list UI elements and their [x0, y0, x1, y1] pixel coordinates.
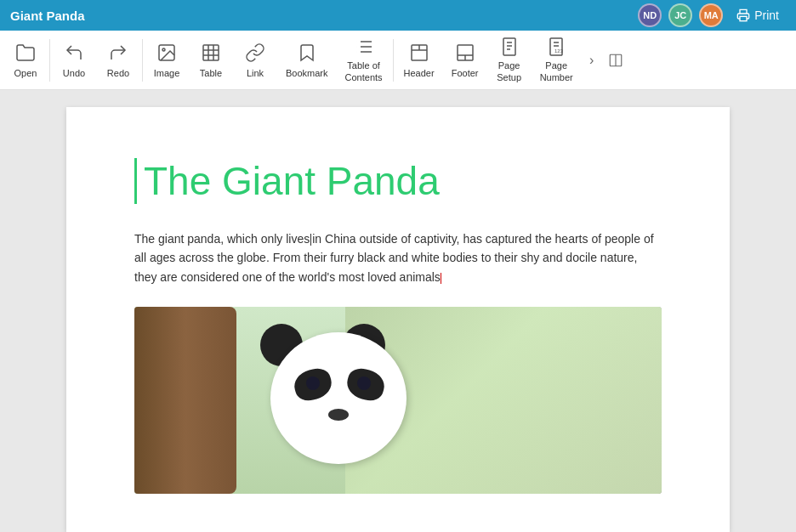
page-number-icon: 123 — [544, 37, 568, 57]
cursor-mark — [310, 234, 311, 246]
toolbar: Open Undo Redo — [0, 31, 796, 90]
table-label: Table — [200, 68, 222, 79]
svg-text:123: 123 — [554, 48, 564, 54]
panda-image — [134, 307, 662, 494]
toolbar-bookmark[interactable]: Bookmark — [277, 34, 337, 87]
toolbar-toc[interactable]: Table of Contents — [337, 34, 391, 87]
window-layout-button[interactable] — [606, 34, 626, 87]
link-label: Link — [247, 68, 264, 79]
open-icon — [14, 41, 37, 65]
toolbar-open[interactable]: Open — [3, 34, 48, 87]
page-number-label: Page Number — [540, 60, 573, 82]
bookmark-label: Bookmark — [286, 68, 328, 79]
page-setup-label: Page Setup — [497, 60, 521, 82]
title-bar-right: ND JC MA Print — [638, 3, 786, 27]
toolbar-image[interactable]: Image — [145, 34, 189, 87]
document-body[interactable]: The giant panda, which only livesin Chin… — [134, 229, 662, 286]
tree-bark — [134, 307, 236, 494]
avatar-ma[interactable]: MA — [699, 3, 723, 27]
header-label: Header — [404, 68, 435, 79]
table-icon — [199, 41, 223, 65]
panda-nose — [328, 409, 349, 421]
toc-label: Table of Contents — [345, 60, 383, 82]
link-icon — [243, 41, 267, 65]
toolbar-nav-next[interactable]: › — [582, 34, 602, 87]
divider-3 — [393, 39, 394, 82]
redo-icon — [106, 41, 130, 65]
title-bar-left: Giant Panda — [10, 8, 85, 23]
avatar-jc[interactable]: JC — [668, 3, 692, 27]
document-page: The Giant Panda The giant panda, which o… — [66, 107, 730, 532]
toolbar-link[interactable]: Link — [233, 34, 277, 87]
window-layout-icon — [608, 53, 623, 68]
print-button[interactable]: Print — [730, 6, 786, 25]
svg-rect-3 — [203, 45, 219, 60]
avatar-nd[interactable]: ND — [638, 3, 662, 27]
toolbar-undo[interactable]: Undo — [52, 34, 96, 87]
svg-point-2 — [162, 48, 165, 51]
footer-label: Footer — [452, 68, 479, 79]
svg-rect-20 — [503, 38, 515, 55]
toc-icon — [352, 37, 376, 57]
cursor-end-mark — [441, 273, 441, 284]
svg-rect-0 — [740, 16, 747, 20]
toolbar-page-number[interactable]: 123 Page Number — [532, 34, 582, 87]
image-label: Image — [154, 68, 180, 79]
undo-label: Undo — [63, 68, 85, 79]
redo-label: Redo — [107, 68, 129, 79]
undo-icon — [62, 41, 86, 65]
toolbar-page-setup[interactable]: Page Setup — [487, 34, 532, 87]
page-setup-icon — [498, 37, 521, 57]
panda-head — [270, 332, 407, 464]
toolbar-table[interactable]: Table — [189, 34, 233, 87]
document-title[interactable]: The Giant Panda — [134, 158, 662, 204]
print-label: Print — [754, 8, 779, 22]
footer-icon — [453, 41, 477, 65]
app-title: Giant Panda — [10, 8, 85, 23]
toolbar-header[interactable]: Header — [395, 34, 443, 87]
panda-container — [134, 307, 662, 494]
title-bar: Giant Panda ND JC MA Print — [0, 0, 796, 31]
image-icon — [155, 41, 179, 65]
toolbar-redo[interactable]: Redo — [96, 34, 140, 87]
document-area: The Giant Panda The giant panda, which o… — [0, 90, 796, 532]
divider-2 — [142, 39, 143, 82]
panda-face — [253, 324, 424, 494]
toolbar-footer[interactable]: Footer — [443, 34, 487, 87]
open-label: Open — [14, 68, 37, 79]
divider-1 — [49, 39, 50, 82]
header-icon — [407, 41, 431, 65]
print-icon — [736, 8, 750, 22]
document-scroll[interactable]: The Giant Panda The giant panda, which o… — [0, 90, 796, 532]
bookmark-icon — [295, 41, 319, 65]
